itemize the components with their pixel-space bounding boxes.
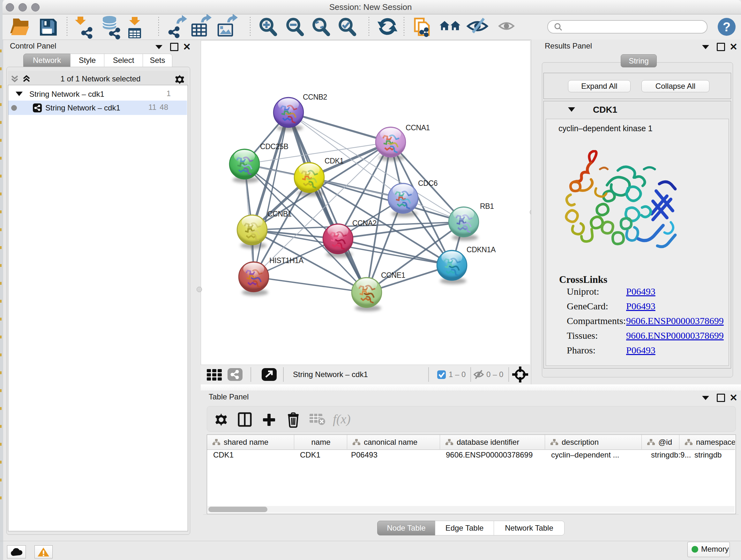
- svg-text:CCNE1: CCNE1: [381, 271, 405, 279]
- svg-text:CDK1: CDK1: [325, 157, 344, 165]
- svg-text:CDC6: CDC6: [418, 179, 437, 187]
- svg-text:CDKN1A: CDKN1A: [467, 246, 496, 254]
- svg-text:CCNA2: CCNA2: [352, 219, 377, 227]
- svg-text:HIST1H1A: HIST1H1A: [269, 256, 304, 265]
- svg-text:CCNA1: CCNA1: [406, 124, 430, 132]
- svg-text:CCNB2: CCNB2: [303, 93, 327, 101]
- svg-text:CDC25B: CDC25B: [260, 142, 288, 151]
- svg-text:0 – 0: 0 – 0: [486, 370, 503, 379]
- svg-text:f(x): f(x): [333, 412, 351, 426]
- svg-text:String Network – cdk1: String Network – cdk1: [293, 370, 368, 379]
- svg-text:1 – 0: 1 – 0: [449, 370, 466, 379]
- svg-text:CCNB1: CCNB1: [267, 210, 292, 218]
- svg-text:?: ?: [723, 20, 731, 34]
- svg-text:RB1: RB1: [480, 202, 494, 210]
